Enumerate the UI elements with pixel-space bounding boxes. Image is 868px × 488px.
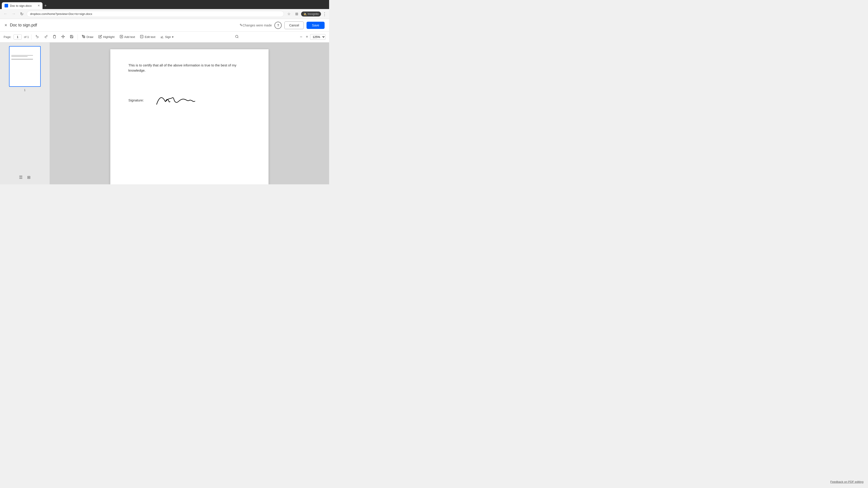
- edit-text-button[interactable]: Edit text: [138, 34, 157, 40]
- header-right: Changes were made ? Cancel Save: [243, 22, 324, 29]
- back-button[interactable]: ←: [2, 11, 8, 17]
- browser-chrome: Doc to sign.docx × + ← → ↻ ☆ ⊞ 🕵 Incogni…: [0, 0, 329, 19]
- list-view-button[interactable]: ☰: [18, 174, 24, 181]
- edit-text-icon: [140, 35, 144, 39]
- tab-close-button[interactable]: ×: [38, 4, 40, 8]
- browser-toolbar: ← → ↻ ☆ ⊞ 🕵 Incognito ⋮: [0, 9, 329, 19]
- trash-icon: [53, 35, 56, 39]
- page-total: of 1: [24, 35, 29, 39]
- document-area[interactable]: This is to certify that all of the above…: [50, 42, 329, 184]
- svg-point-6: [236, 35, 238, 38]
- highlight-icon: [98, 35, 102, 39]
- bookmark-button[interactable]: ☆: [286, 11, 292, 17]
- sidebar-bottom: ☰ ⊞: [18, 172, 32, 181]
- zoom-out-button[interactable]: −: [298, 34, 304, 40]
- page-label: Page:: [4, 35, 11, 39]
- document-page: This is to certify that all of the above…: [110, 49, 269, 184]
- thumb-line: [11, 59, 33, 59]
- draw-icon: [82, 35, 86, 39]
- save-button[interactable]: Save: [307, 22, 324, 29]
- certify-text: This is to certify that all of the above…: [128, 63, 250, 73]
- tab-bar: Doc to sign.docx × +: [0, 0, 329, 9]
- editor-toolbar: Page: of 1: [0, 32, 329, 42]
- help-button[interactable]: ?: [274, 22, 282, 29]
- highlight-button[interactable]: Highlight: [96, 34, 116, 40]
- grid-view-button[interactable]: ⊞: [26, 174, 32, 181]
- divider-2: [78, 34, 78, 40]
- document-title: Doc to sign.pdf: [10, 23, 239, 28]
- app-content: × Doc to sign.pdf ✎ Changes were made ? …: [0, 19, 329, 184]
- svg-line-7: [238, 37, 238, 38]
- active-tab[interactable]: Doc to sign.docx ×: [2, 2, 42, 9]
- add-text-label: Add text: [124, 35, 135, 39]
- add-text-button[interactable]: Add text: [118, 34, 137, 40]
- redo-button[interactable]: [42, 34, 50, 40]
- draw-button[interactable]: Draw: [80, 34, 95, 40]
- zoom-in-button[interactable]: +: [304, 34, 310, 40]
- extensions-button[interactable]: ⊞: [293, 11, 300, 17]
- svg-point-2: [83, 36, 84, 37]
- page-number-input[interactable]: [13, 34, 22, 39]
- incognito-icon: 🕵: [303, 12, 307, 15]
- edit-text-label: Edit text: [145, 35, 155, 39]
- changes-status: Changes were made: [243, 24, 272, 27]
- highlight-label: Highlight: [103, 35, 115, 39]
- sign-dropdown-icon: ▾: [172, 35, 174, 39]
- trash-button[interactable]: [51, 34, 58, 40]
- page-sidebar: 1 ☰ ⊞: [0, 42, 50, 184]
- page-thumbnail-1[interactable]: [9, 46, 41, 87]
- thumbnail-page-number: 1: [24, 89, 26, 92]
- search-icon: [235, 35, 239, 39]
- move-icon: [61, 35, 65, 39]
- tab-title: Doc to sign.docx: [10, 4, 36, 7]
- forward-button[interactable]: →: [10, 11, 17, 17]
- signature-svg: [151, 90, 197, 108]
- draw-label: Draw: [87, 35, 93, 39]
- browser-menu-button[interactable]: ⋮: [322, 11, 327, 17]
- incognito-badge[interactable]: 🕵 Incognito: [301, 11, 321, 17]
- cancel-button[interactable]: Cancel: [284, 22, 304, 29]
- thumb-line: [11, 56, 28, 57]
- save-file-icon: [70, 35, 73, 39]
- toolbar-actions: ☆ ⊞ 🕵 Incognito ⋮: [286, 11, 327, 17]
- sign-icon: [160, 35, 164, 39]
- reload-button[interactable]: ↻: [19, 11, 25, 17]
- sign-label: Sign: [165, 35, 171, 39]
- new-tab-button[interactable]: +: [42, 2, 49, 9]
- signature-image: [149, 90, 197, 111]
- sign-button[interactable]: Sign ▾: [158, 34, 176, 40]
- undo-icon: [35, 35, 39, 39]
- main-area: 1 ☰ ⊞ This is to certify that all of the…: [0, 42, 329, 184]
- move-button[interactable]: [59, 34, 67, 40]
- close-button[interactable]: ×: [4, 23, 7, 28]
- rename-button[interactable]: ✎: [240, 23, 243, 27]
- search-button[interactable]: [233, 34, 241, 40]
- incognito-label: Incognito: [308, 12, 319, 15]
- save-file-button[interactable]: [68, 34, 75, 40]
- thumb-line: [11, 55, 33, 56]
- redo-icon: [44, 35, 48, 39]
- address-bar[interactable]: [27, 11, 284, 17]
- app-header: × Doc to sign.pdf ✎ Changes were made ? …: [0, 19, 329, 32]
- zoom-select[interactable]: 125% 100% 75% 150%: [310, 34, 326, 40]
- undo-button[interactable]: [34, 34, 41, 40]
- signature-area: Signature:: [128, 91, 250, 109]
- add-text-icon: [120, 35, 123, 39]
- zoom-control: − + 125% 100% 75% 150%: [298, 34, 326, 40]
- signature-label: Signature:: [128, 98, 144, 102]
- tab-favicon: [4, 4, 8, 7]
